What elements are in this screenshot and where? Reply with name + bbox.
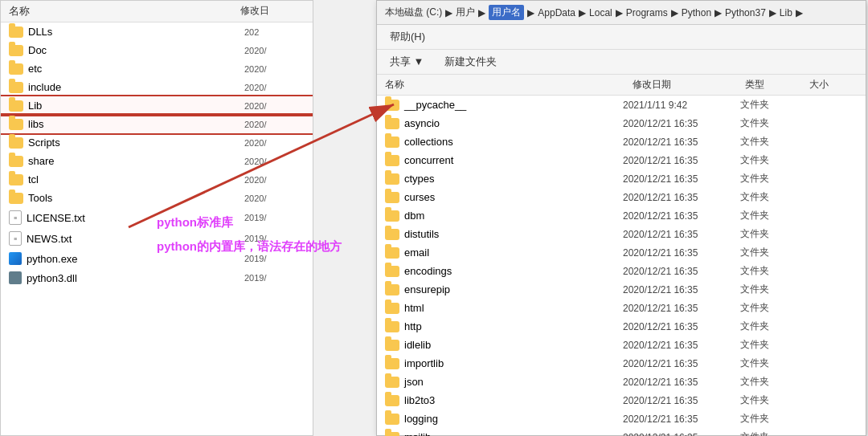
right-file-name-label: lib2to3 [404, 394, 618, 406]
right-file-row[interactable]: ensurepip2020/12/21 16:35文件夹 [377, 280, 866, 299]
folder-icon [385, 118, 399, 129]
right-file-type-label: 文件夹 [740, 264, 805, 278]
left-file-row[interactable]: ≡LICENSE.txt2019/ [1, 207, 313, 228]
right-file-row[interactable]: http2020/12/21 16:35文件夹 [377, 317, 866, 336]
right-file-name-label: json [404, 376, 618, 388]
right-file-type-label: 文件夹 [740, 153, 805, 167]
right-file-row[interactable]: email2020/12/21 16:35文件夹 [377, 243, 866, 262]
right-file-row[interactable]: distutils2020/12/21 16:35文件夹 [377, 225, 866, 243]
right-file-date-label: 2020/12/21 16:35 [623, 321, 735, 332]
folder-icon [385, 358, 399, 369]
address-bar[interactable]: 本地磁盘 (C:) ▶ 用户 ▶ 用户名 ▶ AppData ▶ Local ▶… [377, 1, 866, 25]
right-file-name-label: curses [404, 191, 618, 203]
right-file-date-label: 2020/12/21 16:35 [623, 192, 735, 203]
right-file-row[interactable]: encodings2020/12/21 16:35文件夹 [377, 262, 866, 280]
right-file-row[interactable]: ctypes2020/12/21 16:35文件夹 [377, 169, 866, 188]
right-file-row[interactable]: msilib2020/12/21 16:35文件夹 [377, 428, 866, 436]
file-date-label: 2020/ [244, 194, 305, 203]
right-file-name-label: importlib [404, 357, 618, 369]
right-file-row[interactable]: json2020/12/21 16:35文件夹 [377, 373, 866, 391]
address-separator3: ▶ [527, 7, 534, 18]
folder-icon [9, 156, 23, 167]
address-part-appdata: AppData [538, 7, 575, 18]
right-file-row[interactable]: importlib2020/12/21 16:35文件夹 [377, 354, 866, 373]
file-name-label: Lib [28, 100, 240, 112]
right-file-date-label: 2020/12/21 16:35 [623, 414, 735, 425]
right-file-name-label: msilib [404, 431, 618, 436]
right-file-row[interactable]: idlelib2020/12/21 16:35文件夹 [377, 336, 866, 354]
folder-icon [385, 414, 399, 425]
share-button[interactable]: 共享 ▼ [385, 53, 428, 71]
right-column-headers: 名称 修改日期 类型 大小 [377, 75, 866, 96]
left-file-row[interactable]: Scripts2020/ [1, 133, 313, 152]
right-file-row[interactable]: __pycache__2021/1/11 9:42文件夹 [377, 96, 866, 114]
right-file-row[interactable]: concurrent2020/12/21 16:35文件夹 [377, 151, 866, 169]
right-file-date-label: 2020/12/21 16:35 [623, 395, 735, 406]
right-file-row[interactable]: curses2020/12/21 16:35文件夹 [377, 188, 866, 206]
right-file-row[interactable]: html2020/12/21 16:35文件夹 [377, 299, 866, 317]
left-file-row[interactable]: tcl2020/ [1, 170, 313, 189]
right-file-row[interactable]: asyncio2020/12/21 16:35文件夹 [377, 114, 866, 132]
address-part-python37: Python37 [725, 7, 766, 18]
address-separator8: ▶ [769, 7, 776, 18]
folder-icon [9, 63, 23, 75]
right-file-type-label: 文件夹 [740, 320, 805, 333]
right-file-row[interactable]: logging2020/12/21 16:35文件夹 [377, 410, 866, 428]
left-file-row[interactable]: python3.dll2019/ [1, 268, 313, 287]
right-file-name-label: encodings [404, 265, 618, 277]
file-name-label: etc [28, 63, 240, 75]
left-file-row[interactable]: python.exe2019/ [1, 249, 313, 268]
address-separator4: ▶ [579, 7, 586, 18]
file-name-label: Scripts [28, 137, 240, 149]
right-file-type-label: 文件夹 [740, 283, 805, 296]
folder-icon [385, 284, 399, 295]
right-file-type-label: 文件夹 [740, 116, 805, 130]
file-name-label: include [28, 81, 240, 93]
left-file-row[interactable]: libs2020/ [1, 115, 313, 133]
file-date-label: 202 [244, 27, 305, 37]
left-file-row[interactable]: ≡NEWS.txt2019/ [1, 228, 313, 249]
file-date-label: 2020/ [244, 64, 305, 74]
right-file-type-label: 文件夹 [740, 227, 805, 241]
left-col-name: 名称 [9, 4, 240, 18]
right-file-name-label: asyncio [404, 117, 618, 129]
file-name-label: DLLs [28, 26, 240, 38]
left-file-row[interactable]: Tools2020/ [1, 189, 313, 207]
file-name-label: libs [28, 118, 240, 130]
new-folder-button[interactable]: 新建文件夹 [440, 53, 502, 71]
right-file-type-label: 文件夹 [740, 393, 805, 407]
right-file-row[interactable]: collections2020/12/21 16:35文件夹 [377, 132, 866, 151]
right-file-date-label: 2020/12/21 16:35 [623, 303, 735, 314]
right-file-date-label: 2020/12/21 16:35 [623, 432, 735, 437]
folder-icon [9, 193, 23, 204]
address-separator6: ▶ [671, 7, 678, 18]
right-file-date-label: 2020/12/21 16:35 [623, 377, 735, 388]
right-file-date-label: 2021/1/11 9:42 [623, 100, 735, 111]
left-file-row[interactable]: Doc2020/ [1, 41, 313, 59]
file-date-label: 2020/ [244, 120, 305, 129]
left-file-row[interactable]: etc2020/ [1, 59, 313, 78]
right-file-row[interactable]: lib2to32020/12/21 16:35文件夹 [377, 391, 866, 410]
file-date-label: 2020/ [244, 157, 305, 166]
right-file-name-label: email [404, 247, 618, 259]
right-file-date-label: 2020/12/21 16:35 [623, 173, 735, 185]
right-file-row[interactable]: dbm2020/12/21 16:35文件夹 [377, 206, 866, 225]
address-separator9: ▶ [796, 7, 803, 18]
right-file-type-label: 文件夹 [740, 357, 805, 370]
left-file-row[interactable]: share2020/ [1, 152, 313, 170]
right-file-type-label: 文件夹 [740, 135, 805, 149]
left-file-row[interactable]: Lib2020/ [1, 96, 313, 115]
file-name-label: Doc [28, 44, 240, 56]
left-file-row[interactable]: include2020/ [1, 78, 313, 96]
file-date-label: 2020/ [244, 175, 305, 185]
right-file-name-label: dbm [404, 210, 618, 222]
right-file-date-label: 2020/12/21 16:35 [623, 137, 735, 148]
left-file-row[interactable]: DLLs202 [1, 22, 313, 41]
help-menu[interactable]: 帮助(H) [385, 28, 430, 46]
txt-file-icon: ≡ [9, 231, 22, 246]
folder-icon [385, 432, 399, 437]
right-file-type-label: 文件夹 [740, 209, 805, 222]
right-file-date-label: 2020/12/21 16:35 [623, 340, 735, 351]
folder-icon [385, 303, 399, 314]
folder-icon [385, 137, 399, 148]
